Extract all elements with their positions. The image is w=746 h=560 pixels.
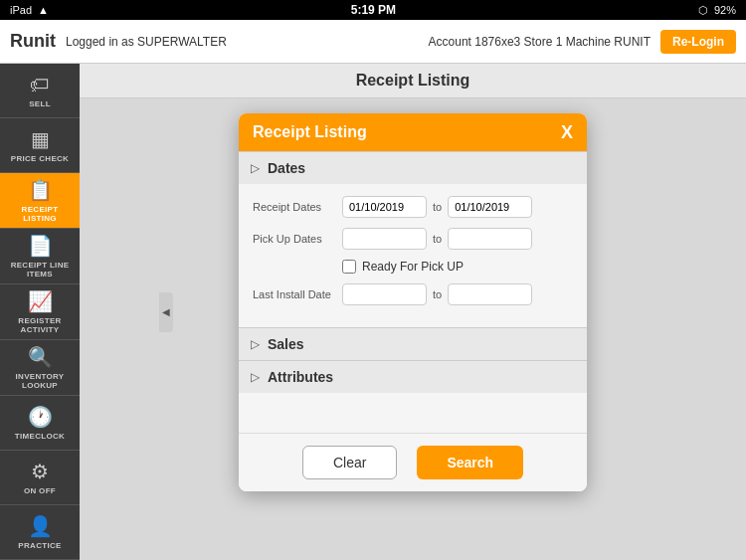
timeclock-icon: 🕐 bbox=[28, 405, 53, 429]
sidebar-item-register-activity[interactable]: 📈 REGISTER ACTIVITY bbox=[0, 284, 80, 340]
practice-icon: 👤 bbox=[28, 514, 53, 538]
sidebar-collapse-arrow[interactable]: ◀ bbox=[159, 292, 173, 332]
receipt-dates-from-input[interactable] bbox=[342, 196, 427, 218]
battery-level: 92% bbox=[714, 4, 736, 16]
sidebar-label-inventory-lookup: INVENTORY LOOKUP bbox=[4, 372, 76, 390]
last-install-date-from-input[interactable] bbox=[342, 283, 427, 305]
sidebar-item-timeclock[interactable]: 🕐 TIMECLOCK bbox=[0, 396, 80, 451]
search-button[interactable]: Search bbox=[417, 446, 523, 479]
sidebar-label-practice: PRACTICE bbox=[18, 541, 61, 550]
pickup-dates-to-label: to bbox=[433, 233, 442, 245]
pickup-dates-to-input[interactable] bbox=[448, 228, 532, 250]
on-off-icon: ⚙ bbox=[31, 460, 49, 483]
status-bar: iPad ▲ 5:19 PM ⬡ 92% bbox=[0, 0, 746, 20]
receipt-listing-dialog: Receipt Listing X ▷ Dates Receipt Dates … bbox=[239, 113, 587, 491]
wifi-icon: ▲ bbox=[38, 4, 49, 16]
sidebar-label-price-check: PRICE CHECK bbox=[11, 154, 69, 163]
account-info: Account 1876xe3 Store 1 Machine RUNIT bbox=[429, 35, 651, 49]
attributes-section-icon: ▷ bbox=[251, 370, 260, 384]
receipt-dates-row: Receipt Dates to bbox=[253, 196, 573, 218]
logged-in-user: Logged in as SUPERWALTER bbox=[66, 35, 429, 49]
status-bar-left: iPad ▲ bbox=[10, 4, 49, 16]
ready-for-pickup-label: Ready For Pick UP bbox=[362, 260, 464, 274]
sidebar-item-receipt-listing[interactable]: 📋 RECEIPT LISTING bbox=[0, 173, 80, 229]
ready-for-pickup-checkbox[interactable] bbox=[342, 260, 356, 274]
attributes-section-label: Attributes bbox=[268, 369, 333, 385]
sidebar-item-on-off[interactable]: ⚙ ON OFF bbox=[0, 451, 80, 505]
logo-suffix: it bbox=[45, 31, 56, 51]
sidebar-label-sell: SELL bbox=[29, 99, 51, 108]
content-area: Receipt Listing ◀ Receipt Listing X ▷ Da… bbox=[80, 64, 746, 560]
dates-section-icon: ▷ bbox=[251, 161, 260, 175]
status-bar-right: ⬡ 92% bbox=[698, 4, 736, 17]
sell-icon: 🏷 bbox=[30, 74, 50, 96]
dates-form-body: Receipt Dates to Pick Up Dates to bbox=[239, 184, 587, 327]
sidebar-item-price-check[interactable]: ▦ PRICE CHECK bbox=[0, 118, 80, 173]
relogin-button[interactable]: Re-Login bbox=[660, 30, 736, 54]
sidebar-item-practice[interactable]: 👤 PRACTICE bbox=[0, 505, 80, 560]
attributes-section-header[interactable]: ▷ Attributes bbox=[239, 360, 587, 393]
last-install-date-to-input[interactable] bbox=[448, 283, 532, 305]
sidebar-label-timeclock: TIMECLOCK bbox=[15, 432, 65, 441]
price-check-icon: ▦ bbox=[31, 127, 50, 151]
dialog-footer: Clear Search bbox=[239, 433, 587, 491]
last-install-date-label: Last Install Date bbox=[253, 288, 342, 300]
sidebar-label-register-activity: REGISTER ACTIVITY bbox=[4, 316, 76, 334]
status-ipad: iPad bbox=[10, 4, 32, 16]
sidebar-item-receipt-line-items[interactable]: 📄 RECEIPT LINE ITEMS bbox=[0, 229, 80, 284]
receipt-line-icon: 📄 bbox=[28, 234, 53, 258]
status-time: 5:19 PM bbox=[351, 3, 396, 17]
dialog-title: Receipt Listing bbox=[253, 123, 367, 141]
inventory-lookup-icon: 🔍 bbox=[28, 345, 53, 369]
dialog-overlay: Receipt Listing X ▷ Dates Receipt Dates … bbox=[90, 103, 736, 550]
receipt-listing-icon: 📋 bbox=[28, 178, 53, 202]
sidebar-label-receipt-line-items: RECEIPT LINE ITEMS bbox=[4, 261, 76, 279]
receipt-dates-to-label: to bbox=[433, 201, 442, 213]
last-install-date-to-label: to bbox=[433, 288, 442, 300]
app-logo: Runit bbox=[10, 31, 56, 52]
sales-section-label: Sales bbox=[268, 336, 304, 352]
pickup-dates-from-input[interactable] bbox=[342, 228, 427, 250]
receipt-dates-to-input[interactable] bbox=[448, 196, 532, 218]
sidebar-label-receipt-listing: RECEIPT LISTING bbox=[4, 205, 76, 223]
page-title: Receipt Listing bbox=[80, 64, 746, 98]
sidebar-item-inventory-lookup[interactable]: 🔍 INVENTORY LOOKUP bbox=[0, 340, 80, 396]
logo-run: Run bbox=[10, 31, 45, 51]
dialog-spacer bbox=[239, 393, 587, 433]
ready-for-pickup-row: Ready For Pick UP bbox=[253, 260, 573, 274]
dates-section-label: Dates bbox=[268, 160, 305, 176]
pickup-dates-row: Pick Up Dates to bbox=[253, 228, 573, 250]
bluetooth-icon: ⬡ bbox=[698, 4, 708, 17]
clear-button[interactable]: Clear bbox=[302, 446, 397, 479]
sales-section-header[interactable]: ▷ Sales bbox=[239, 327, 587, 360]
last-install-date-row: Last Install Date to bbox=[253, 283, 573, 305]
sidebar: 🏷 SELL ▦ PRICE CHECK 📋 RECEIPT LISTING 📄… bbox=[0, 64, 80, 560]
register-activity-icon: 📈 bbox=[28, 289, 53, 313]
pickup-dates-label: Pick Up Dates bbox=[253, 233, 342, 245]
dialog-close-button[interactable]: X bbox=[561, 123, 573, 141]
dialog-header: Receipt Listing X bbox=[239, 113, 587, 151]
top-bar: Runit Logged in as SUPERWALTER Account 1… bbox=[0, 20, 746, 64]
sidebar-item-sell[interactable]: 🏷 SELL bbox=[0, 64, 80, 118]
sales-section-icon: ▷ bbox=[251, 337, 260, 351]
main-layout: 🏷 SELL ▦ PRICE CHECK 📋 RECEIPT LISTING 📄… bbox=[0, 64, 746, 560]
dates-section-header[interactable]: ▷ Dates bbox=[239, 151, 587, 184]
sidebar-label-on-off: ON OFF bbox=[24, 486, 56, 495]
receipt-dates-label: Receipt Dates bbox=[253, 201, 342, 213]
